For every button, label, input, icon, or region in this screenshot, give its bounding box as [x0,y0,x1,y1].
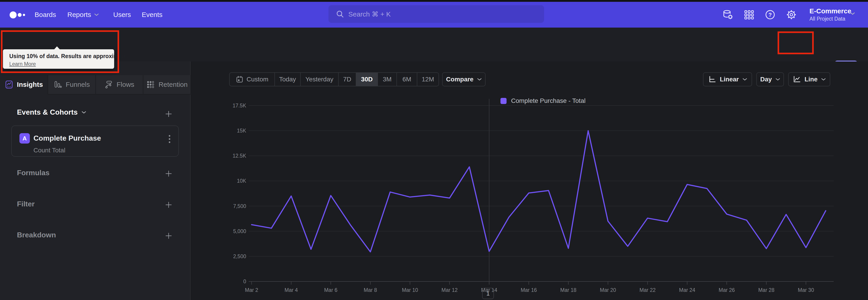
svg-text:Mar 4: Mar 4 [285,287,298,293]
data-management-icon[interactable] [723,9,733,20]
nav-item-reports[interactable]: Reports [67,2,99,28]
tab-retention[interactable]: Retention [143,75,191,94]
line-chart[interactable]: 02,5005,0007,50010K12.5K15K17.5KMar 2Mar… [191,61,868,300]
tab-flows[interactable]: Flows [95,75,143,94]
top-nav: Boards Reports Users Events Search ⌘ + K [0,2,868,28]
filter-label: Filter [17,200,35,208]
nav-item-label: Reports [67,11,91,19]
event-card[interactable]: A Complete Purchase Count Total [11,125,179,157]
window-top-edge [0,0,868,2]
svg-text:?: ? [769,12,772,18]
add-event-button[interactable] [164,110,173,118]
add-formula-button[interactable] [164,170,173,178]
svg-text:12.5K: 12.5K [232,153,246,159]
nav-item-label: Users [113,11,131,19]
event-metric[interactable]: Count Total [33,147,65,154]
svg-text:Mar 24: Mar 24 [679,287,695,293]
svg-text:10K: 10K [237,178,246,184]
nav-item-label: Events [142,11,162,19]
svg-text:Mar 6: Mar 6 [324,287,338,293]
svg-text:Mar 30: Mar 30 [798,287,814,293]
funnels-icon [54,80,62,89]
svg-text:Mar 22: Mar 22 [640,287,656,293]
workspace-switcher[interactable]: E-Commerce All Project Data [809,7,851,22]
tab-funnels[interactable]: Funnels [48,75,95,94]
series-letter-badge: A [20,133,30,144]
svg-text:2,500: 2,500 [233,253,246,259]
event-name[interactable]: Complete Purchase [33,134,101,143]
events-cohorts-header[interactable]: Events & Cohorts [17,108,86,116]
tab-label: Funnels [66,81,90,88]
pagination-page-button[interactable]: 1 [482,288,494,299]
nav-item-label: Boards [35,11,56,19]
chevron-down-icon [82,111,86,114]
svg-text:7,500: 7,500 [233,203,246,209]
search-placeholder: Search ⌘ + K [348,10,391,18]
svg-text:Mar 26: Mar 26 [719,287,735,293]
query-builder-sidebar: Insights Funnels Flows [0,61,191,300]
svg-text:Mar 12: Mar 12 [441,287,458,293]
nav-item-users[interactable]: Users [113,2,131,28]
events-cohorts-label: Events & Cohorts [17,108,78,116]
svg-text:17.5K: 17.5K [232,102,246,109]
svg-text:Mar 10: Mar 10 [402,287,418,293]
flows-icon [104,80,113,89]
apps-grid-icon[interactable] [744,9,754,20]
tab-insights[interactable]: Insights [0,75,48,94]
report-header-bar: Untitled Sampled + Add description... [0,28,868,62]
insights-icon [5,80,13,89]
settings-gear-icon[interactable] [786,9,797,20]
svg-text:5,000: 5,000 [233,228,246,234]
mixpanel-logo-icon[interactable] [9,11,29,19]
annotation-red-box-toggle [778,31,814,54]
svg-text:Mar 8: Mar 8 [364,287,377,293]
chevron-down-icon [94,13,99,16]
svg-text:Mar 20: Mar 20 [600,287,616,293]
search-icon [336,10,344,18]
event-options-kebab-icon[interactable] [167,134,172,144]
help-icon[interactable]: ? [765,9,775,20]
tab-label: Retention [158,81,187,88]
tab-label: Flows [117,81,134,88]
svg-text:Mar 16: Mar 16 [521,287,537,293]
svg-text:Mar 18: Mar 18 [560,287,577,293]
tab-label: Insights [17,81,43,88]
report-type-tabs: Insights Funnels Flows [0,75,191,94]
annotation-red-box-title [1,30,119,73]
svg-text:0: 0 [243,278,246,284]
workspace-scope: All Project Data [809,16,851,22]
retention-icon [146,80,155,89]
formulas-label: Formulas [17,169,50,177]
breakdown-label: Breakdown [17,231,56,239]
nav-item-boards[interactable]: Boards [35,2,56,28]
svg-text:Mar 28: Mar 28 [758,287,774,293]
nav-item-events[interactable]: Events [142,2,162,28]
chevron-down-icon[interactable] [850,12,855,15]
chart-panel: Custom Today Yesterday 7D 30D 3M 6M 12M … [191,61,868,300]
search-input[interactable]: Search ⌘ + K [329,5,544,23]
workspace-name: E-Commerce [809,7,851,16]
app: Boards Reports Users Events Search ⌘ + K [0,0,868,300]
add-breakdown-button[interactable] [164,232,173,240]
svg-text:Mar 2: Mar 2 [245,287,258,293]
add-filter-button[interactable] [164,201,173,209]
svg-text:15K: 15K [237,128,246,133]
